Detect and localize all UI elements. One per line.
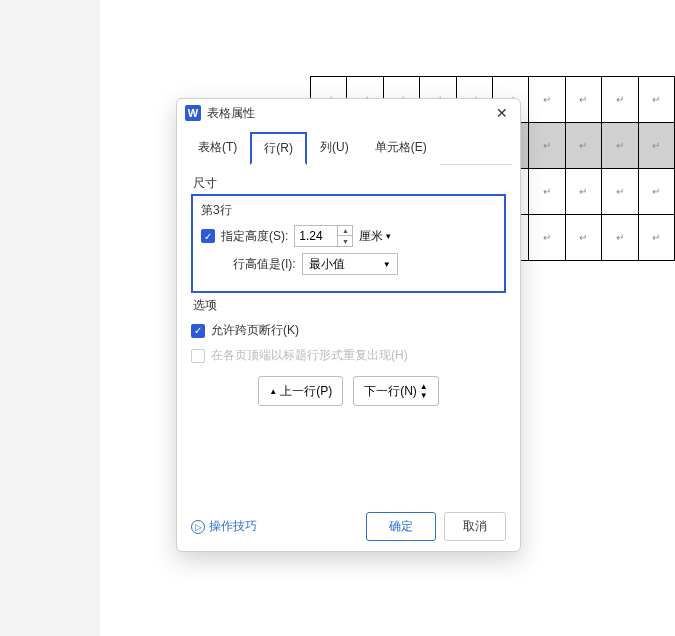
dialog-titlebar: W 表格属性 ✕ — [177, 99, 520, 127]
dialog-footer: ▷ 操作技巧 确定 取消 — [177, 502, 520, 551]
unit-label: 厘米 — [359, 228, 383, 245]
height-unit[interactable]: 厘米 ▼ — [359, 228, 392, 245]
tips-link[interactable]: ▷ 操作技巧 — [191, 518, 358, 535]
table-properties-dialog: W 表格属性 ✕ 表格(T) 行(R) 列(U) 单元格(E) 尺寸 第3行 ✓… — [176, 98, 521, 552]
row-height-mode-select[interactable]: 最小值 ▼ — [302, 253, 398, 275]
tab-bar: 表格(T) 行(R) 列(U) 单元格(E) — [177, 127, 520, 164]
table-cell: ↵ — [638, 123, 674, 169]
app-icon: W — [185, 105, 201, 121]
row-height-is-label: 行高值是(I): — [233, 256, 296, 273]
tab-row[interactable]: 行(R) — [250, 132, 307, 165]
tab-column[interactable]: 列(U) — [307, 132, 362, 165]
chevron-down-icon: ▼ — [383, 260, 391, 269]
spinner-up-icon[interactable]: ▲ — [338, 226, 352, 236]
table-cell: ↵ — [638, 77, 674, 123]
options-section-label: 选项 — [193, 297, 506, 314]
table-cell: ↵ — [565, 169, 601, 215]
highlighted-size-box: 第3行 ✓ 指定高度(S): ▲ ▼ 厘米 ▼ 行高值是(I): — [191, 194, 506, 293]
table-cell: ↵ — [529, 215, 565, 261]
next-row-button[interactable]: 下一行(N) ▲▼ — [353, 376, 439, 406]
spinner-down-icon[interactable]: ▼ — [338, 236, 352, 246]
ok-button[interactable]: 确定 — [366, 512, 436, 541]
table-cell: ↵ — [638, 215, 674, 261]
cancel-button[interactable]: 取消 — [444, 512, 506, 541]
row-height-mode-value: 最小值 — [309, 256, 345, 273]
tab-table[interactable]: 表格(T) — [185, 132, 250, 165]
prev-row-button[interactable]: ▲ 上一行(P) — [258, 376, 343, 406]
specify-height-label: 指定高度(S): — [221, 228, 288, 245]
size-section-label: 尺寸 — [193, 175, 506, 192]
height-input[interactable] — [295, 226, 337, 246]
height-spinner[interactable]: ▲ ▼ — [294, 225, 353, 247]
tab-cell[interactable]: 单元格(E) — [362, 132, 440, 165]
specify-height-checkbox[interactable]: ✓ — [201, 229, 215, 243]
table-cell: ↵ — [565, 77, 601, 123]
tips-label: 操作技巧 — [209, 518, 257, 535]
close-icon[interactable]: ✕ — [492, 103, 512, 123]
up-down-icon: ▲▼ — [420, 382, 428, 400]
chevron-down-icon: ▼ — [384, 232, 392, 241]
table-cell: ↵ — [565, 215, 601, 261]
table-cell: ↵ — [565, 123, 601, 169]
next-row-label: 下一行(N) — [364, 383, 417, 400]
dialog-title: 表格属性 — [207, 105, 492, 122]
prev-row-label: 上一行(P) — [280, 383, 332, 400]
table-cell: ↵ — [638, 169, 674, 215]
table-cell: ↵ — [602, 215, 638, 261]
table-cell: ↵ — [602, 169, 638, 215]
row-height-is-row: 行高值是(I): 最小值 ▼ — [201, 253, 496, 275]
table-cell: ↵ — [602, 77, 638, 123]
up-down-icon: ▲ — [269, 387, 277, 396]
row-nav-buttons: ▲ 上一行(P) 下一行(N) ▲▼ — [191, 376, 506, 406]
allow-break-label: 允许跨页断行(K) — [211, 322, 299, 339]
options-group: ✓ 允许跨页断行(K) ✓ 在各页顶端以标题行形式重复出现(H) — [191, 322, 506, 364]
table-cell: ↵ — [529, 169, 565, 215]
specify-height-row: ✓ 指定高度(S): ▲ ▼ 厘米 ▼ — [201, 225, 496, 247]
repeat-header-label: 在各页顶端以标题行形式重复出现(H) — [211, 347, 408, 364]
table-cell: ↵ — [602, 123, 638, 169]
table-cell: ↵ — [529, 123, 565, 169]
row-number-label: 第3行 — [201, 202, 496, 219]
dialog-body: 尺寸 第3行 ✓ 指定高度(S): ▲ ▼ 厘米 ▼ 行 — [177, 165, 520, 502]
play-icon: ▷ — [191, 520, 205, 534]
allow-break-checkbox[interactable]: ✓ — [191, 324, 205, 338]
repeat-header-checkbox: ✓ — [191, 349, 205, 363]
table-cell: ↵ — [529, 77, 565, 123]
